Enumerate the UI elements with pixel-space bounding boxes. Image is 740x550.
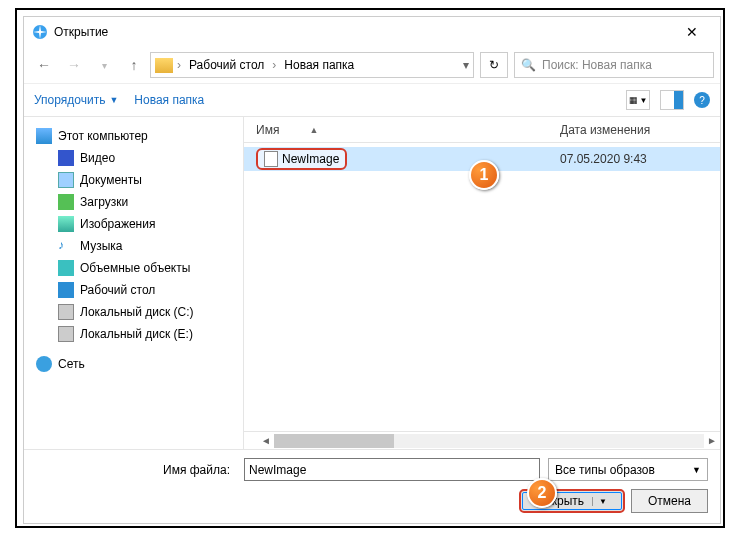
chevron-right-icon: › bbox=[177, 58, 181, 72]
nav-bar: ← → ▾ ↑ › Рабочий стол › Новая папка ▾ ↻… bbox=[24, 47, 720, 83]
search-placeholder: Поиск: Новая папка bbox=[542, 58, 652, 72]
sort-asc-icon: ▲ bbox=[309, 125, 318, 135]
breadcrumb-seg[interactable]: Рабочий стол bbox=[185, 56, 268, 74]
new-folder-button[interactable]: Новая папка bbox=[134, 93, 204, 107]
file-name: NewImage bbox=[282, 152, 339, 166]
tree-videos[interactable]: Видео bbox=[28, 147, 239, 169]
disk-icon bbox=[58, 326, 74, 342]
network-icon bbox=[36, 356, 52, 372]
recent-drop-icon[interactable]: ▾ bbox=[90, 51, 118, 79]
cancel-button[interactable]: Отмена bbox=[631, 489, 708, 513]
chevron-right-icon: › bbox=[272, 58, 276, 72]
search-icon: 🔍 bbox=[521, 58, 536, 72]
tree-images[interactable]: Изображения bbox=[28, 213, 239, 235]
tree-disk-e[interactable]: Локальный диск (E:) bbox=[28, 323, 239, 345]
tree-disk-c[interactable]: Локальный диск (C:) bbox=[28, 301, 239, 323]
chevron-down-icon[interactable]: ▾ bbox=[463, 58, 469, 72]
horizontal-scrollbar[interactable]: ◄ ► bbox=[244, 431, 720, 449]
help-icon[interactable]: ? bbox=[694, 92, 710, 108]
titlebar: Открытие ✕ bbox=[24, 17, 720, 47]
annotation-marker-1: 1 bbox=[469, 160, 499, 190]
split-drop-icon[interactable]: ▼ bbox=[592, 497, 607, 506]
window-title: Открытие bbox=[54, 25, 672, 39]
chevron-down-icon: ▼ bbox=[109, 95, 118, 105]
tree-this-pc[interactable]: Этот компьютер bbox=[28, 125, 239, 147]
download-icon bbox=[58, 194, 74, 210]
file-icon bbox=[264, 151, 278, 167]
filename-input[interactable] bbox=[244, 458, 540, 481]
open-dialog: Открытие ✕ ← → ▾ ↑ › Рабочий стол › Нова… bbox=[23, 16, 721, 524]
nav-tree: Этот компьютер Видео Документы Загрузки … bbox=[24, 117, 244, 449]
address-bar[interactable]: › Рабочий стол › Новая папка ▾ bbox=[150, 52, 474, 78]
disk-icon bbox=[58, 304, 74, 320]
pc-icon bbox=[36, 128, 52, 144]
view-button[interactable]: ▦▼ bbox=[626, 90, 650, 110]
back-button[interactable]: ← bbox=[30, 51, 58, 79]
tree-downloads[interactable]: Загрузки bbox=[28, 191, 239, 213]
tree-network[interactable]: Сеть bbox=[28, 353, 239, 375]
image-icon bbox=[58, 216, 74, 232]
folder-icon bbox=[155, 58, 173, 73]
preview-pane-button[interactable] bbox=[660, 90, 684, 110]
dialog-footer: Имя файла: Все типы образов ▼ Открыть ▼ … bbox=[24, 449, 720, 523]
app-icon bbox=[32, 24, 48, 40]
forward-button[interactable]: → bbox=[60, 51, 88, 79]
file-date: 07.05.2020 9:43 bbox=[560, 152, 720, 166]
organize-button[interactable]: Упорядочить▼ bbox=[34, 93, 118, 107]
scroll-left-icon[interactable]: ◄ bbox=[258, 435, 274, 446]
list-header: Имя▲ Дата изменения bbox=[244, 117, 720, 143]
column-date[interactable]: Дата изменения bbox=[560, 123, 720, 137]
cube-icon bbox=[58, 260, 74, 276]
chevron-down-icon: ▼ bbox=[692, 465, 701, 475]
scrollbar-thumb[interactable] bbox=[274, 434, 394, 448]
column-name[interactable]: Имя bbox=[256, 123, 279, 137]
search-input[interactable]: 🔍 Поиск: Новая папка bbox=[514, 52, 714, 78]
tree-desktop[interactable]: Рабочий стол bbox=[28, 279, 239, 301]
desktop-icon bbox=[58, 282, 74, 298]
video-icon bbox=[58, 150, 74, 166]
file-entry: NewImage bbox=[256, 148, 347, 170]
refresh-button[interactable]: ↻ bbox=[480, 52, 508, 78]
toolbar: Упорядочить▼ Новая папка ▦▼ ? bbox=[24, 83, 720, 117]
tree-music[interactable]: ♪Музыка bbox=[28, 235, 239, 257]
breadcrumb-seg[interactable]: Новая папка bbox=[280, 56, 358, 74]
music-icon: ♪ bbox=[58, 238, 74, 254]
up-button[interactable]: ↑ bbox=[120, 51, 148, 79]
tree-3d-objects[interactable]: Объемные объекты bbox=[28, 257, 239, 279]
scroll-right-icon[interactable]: ► bbox=[704, 435, 720, 446]
document-icon bbox=[58, 172, 74, 188]
annotation-marker-2: 2 bbox=[527, 478, 557, 508]
close-icon[interactable]: ✕ bbox=[672, 24, 712, 40]
filetype-select[interactable]: Все типы образов ▼ bbox=[548, 458, 708, 481]
tree-documents[interactable]: Документы bbox=[28, 169, 239, 191]
filename-label: Имя файла: bbox=[36, 463, 236, 477]
